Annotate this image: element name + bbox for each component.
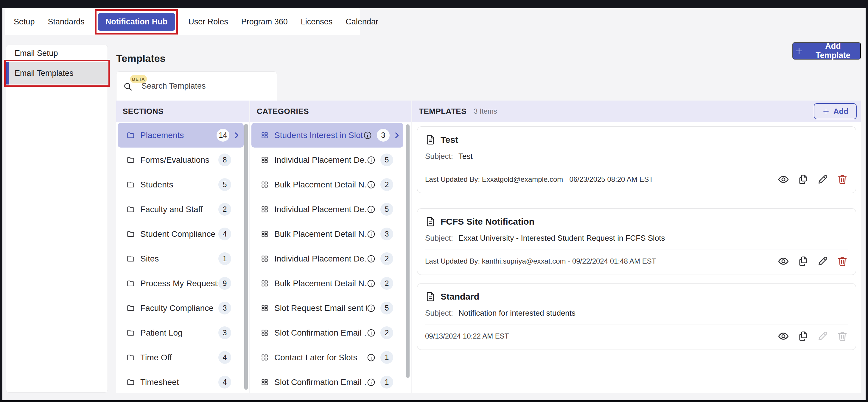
category-row[interactable]: Individual Placement De… 5 <box>250 147 411 172</box>
delete-button[interactable] <box>837 256 848 267</box>
count-badge: 5 <box>380 203 393 216</box>
section-row[interactable]: Timesheet 4 <box>116 370 249 393</box>
info-icon[interactable] <box>367 329 376 337</box>
tab-standards[interactable]: Standards <box>48 17 85 27</box>
subject-value: Exxat University - Interested Student Re… <box>458 234 665 243</box>
tab-setup[interactable]: Setup <box>14 17 35 27</box>
categories-scrollbar[interactable] <box>406 124 410 378</box>
add-template-label: Add Template <box>808 42 859 60</box>
section-row[interactable]: Time Off 4 <box>116 345 249 370</box>
edit-button[interactable] <box>817 174 828 185</box>
count-badge: 1 <box>380 351 393 364</box>
count-badge: 5 <box>380 302 393 314</box>
category-label: Contact Later for Slots <box>274 353 367 362</box>
sidebar-item-email-templates[interactable]: Email Templates <box>6 62 107 85</box>
count-badge: 5 <box>218 178 231 191</box>
section-row[interactable]: Process My Requests 9 <box>116 271 249 296</box>
category-row[interactable]: Bulk Placement Detail N… 3 <box>250 222 411 246</box>
add-template-button[interactable]: Add Template <box>792 42 861 60</box>
delete-button[interactable] <box>837 174 848 185</box>
sections-header: SECTIONS <box>116 101 249 122</box>
category-row[interactable]: Contact Later for Slots 1 <box>250 345 411 370</box>
search-icon <box>123 82 132 91</box>
count-badge: 4 <box>218 351 231 364</box>
info-icon[interactable] <box>367 205 376 214</box>
category-label: Slot Confirmation Email … <box>274 328 367 338</box>
add-button-label: Add <box>833 107 849 116</box>
tab-user-roles[interactable]: User Roles <box>188 17 228 27</box>
template-card: Standard Subject: Notification for inter… <box>417 283 856 350</box>
count-badge: 5 <box>380 154 393 166</box>
template-card-header: FCFS Site Notification <box>425 216 534 227</box>
category-row[interactable]: Bulk Placement Detail N… 2 <box>250 271 411 296</box>
info-icon[interactable] <box>367 180 376 189</box>
info-icon[interactable] <box>367 230 376 239</box>
info-icon[interactable] <box>363 131 372 140</box>
grid-icon <box>261 180 269 189</box>
tab-program-360[interactable]: Program 360 <box>241 17 288 27</box>
preview-button[interactable] <box>778 256 789 267</box>
category-row[interactable]: Individual Placement De… 2 <box>250 246 411 271</box>
sections-column: SECTIONS Placements 14 Forms/Evaluations… <box>116 101 249 393</box>
duplicate-button[interactable] <box>797 256 809 267</box>
last-updated-text: Last Updated By: Exxatgold@example.com -… <box>425 175 653 183</box>
tab-licenses[interactable]: Licenses <box>301 17 333 27</box>
category-row[interactable]: Individual Placement De… 5 <box>250 197 411 222</box>
tab-calendar[interactable]: Calendar <box>345 17 378 27</box>
category-row[interactable]: Slot Confirmation Email … 1 <box>250 370 411 393</box>
section-row[interactable]: Faculty Compliance 3 <box>116 296 249 321</box>
info-icon[interactable] <box>367 378 376 387</box>
template-card-header: Standard <box>425 291 479 302</box>
section-row[interactable]: Forms/Evaluations 8 <box>116 147 249 172</box>
section-row[interactable]: Patient Log 3 <box>116 321 249 345</box>
template-subject-row: Subject: Test <box>425 152 473 161</box>
info-icon[interactable] <box>367 279 376 288</box>
folder-icon <box>127 230 135 238</box>
category-label: Slot Request Email sent t… <box>274 303 367 313</box>
edit-button[interactable] <box>817 256 828 267</box>
category-label: Individual Placement De… <box>274 254 367 264</box>
subject-label: Subject: <box>425 234 453 243</box>
section-row[interactable]: Student Compliance 4 <box>116 222 249 246</box>
document-icon <box>425 134 436 145</box>
tab-notification-hub[interactable]: Notification Hub <box>98 13 175 31</box>
info-icon[interactable] <box>367 156 376 165</box>
info-icon[interactable] <box>367 304 376 313</box>
info-icon[interactable] <box>367 255 376 263</box>
category-label: Individual Placement De… <box>274 155 367 165</box>
sidebar: Email SetupEmail Templates <box>6 45 108 393</box>
sidebar-item-email-setup[interactable]: Email Setup <box>6 45 107 62</box>
count-badge: 14 <box>217 129 229 142</box>
categories-list: Students Interest in Slot… 3 Individual … <box>250 122 411 393</box>
category-label: Slot Confirmation Email … <box>274 377 367 387</box>
folder-icon <box>127 131 135 139</box>
section-row[interactable]: Sites 1 <box>116 246 249 271</box>
category-label: Individual Placement De… <box>274 205 367 214</box>
category-row[interactable]: Bulk Placement Detail N… 2 <box>250 172 411 197</box>
category-label: Bulk Placement Detail N… <box>274 180 367 190</box>
folder-icon <box>127 329 135 337</box>
document-icon <box>425 216 436 227</box>
info-icon[interactable] <box>367 353 376 362</box>
duplicate-button[interactable] <box>797 331 809 342</box>
duplicate-button[interactable] <box>797 174 809 185</box>
section-label: Patient Log <box>140 328 218 338</box>
category-row[interactable]: Slot Request Email sent t… 5 <box>250 296 411 321</box>
plus-icon <box>795 46 803 55</box>
grid-icon <box>261 255 269 263</box>
section-label: Timesheet <box>140 377 218 387</box>
section-row[interactable]: Placements 14 <box>118 123 244 147</box>
section-row[interactable]: Students 5 <box>116 172 249 197</box>
preview-button[interactable] <box>778 331 789 342</box>
plus-icon <box>822 107 830 115</box>
template-card-header: Test <box>425 134 458 145</box>
folder-icon <box>127 205 135 213</box>
sections-scrollbar[interactable] <box>244 124 248 390</box>
add-button[interactable]: Add <box>814 103 857 119</box>
categories-column: CATEGORIES Students Interest in Slot… 3 … <box>250 101 411 393</box>
beta-badge: BETA <box>130 75 147 83</box>
preview-button[interactable] <box>778 174 789 185</box>
section-row[interactable]: Faculty and Staff 2 <box>116 197 249 222</box>
category-row[interactable]: Students Interest in Slot… 3 <box>251 123 403 147</box>
category-row[interactable]: Slot Confirmation Email … 2 <box>250 321 411 345</box>
